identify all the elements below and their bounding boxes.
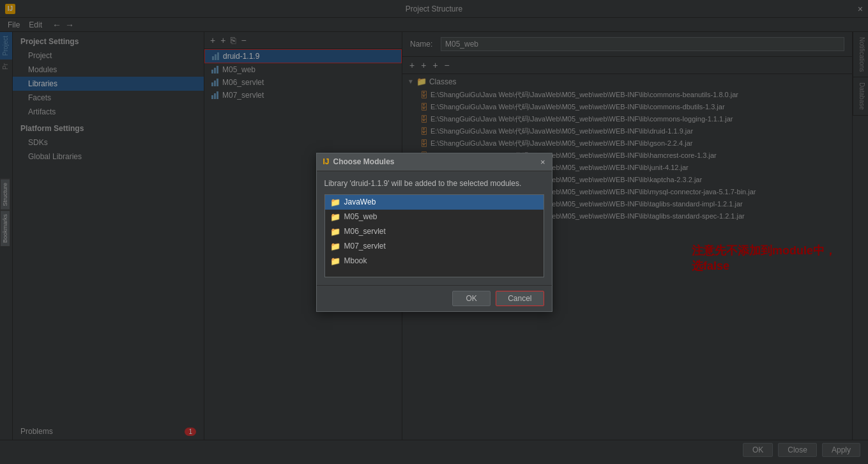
strip-tab-bookmarks[interactable]: Bookmarks [0,210,10,247]
module-item-label-3: M06_servlet [344,227,386,236]
module-item-m05web[interactable]: 📁 M05_web [325,210,544,224]
modal-info-text: Library 'druid-1.1.9' will be added to t… [324,179,544,188]
modal-ok-button[interactable]: OK [452,291,491,306]
choose-modules-dialog: IJ Choose Modules × Library 'druid-1.1.9… [316,153,552,312]
modal-cancel-button[interactable]: Cancel [496,291,544,306]
modal-footer: OK Cancel [317,285,552,311]
module-item-label-5: Mbook [344,256,367,265]
module-item-label-1: JavaWeb [344,197,376,206]
module-item-m07servlet[interactable]: 📁 M07_servlet [325,239,544,254]
modal-icon: IJ [323,157,330,166]
module-item-label-2: M05_web [344,212,377,221]
module-folder-icon-4: 📁 [330,242,340,251]
modal-body: Library 'druid-1.1.9' will be added to t… [317,171,552,285]
modal-titlebar: IJ Choose Modules × [317,153,552,171]
modal-title: Choose Modules [333,157,395,166]
module-item-label-4: M07_servlet [344,242,386,251]
left-strip-tabs: Structure Bookmarks [0,179,10,247]
module-folder-icon-2: 📁 [330,212,340,222]
module-folder-icon-3: 📁 [330,227,340,236]
module-folder-icon-1: 📁 [330,197,340,207]
module-folder-icon-5: 📁 [330,256,340,266]
modal-close-button[interactable]: × [540,157,545,167]
modal-overlay: IJ Choose Modules × Library 'druid-1.1.9… [0,0,868,464]
module-item-m06servlet[interactable]: 📁 M06_servlet [325,224,544,239]
strip-tab-structure[interactable]: Structure [0,179,10,210]
module-item-javaweb[interactable]: 📁 JavaWeb [325,195,544,210]
module-item-mbook[interactable]: 📁 Mbook [325,254,544,268]
module-list: 📁 JavaWeb 📁 M05_web 📁 M06_servlet 📁 M07_… [324,194,544,277]
